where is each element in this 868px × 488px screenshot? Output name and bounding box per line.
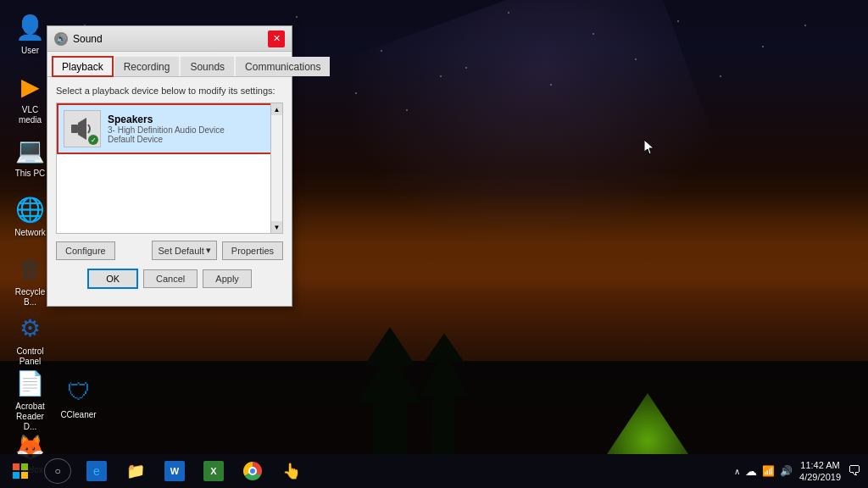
word-icon: W bbox=[164, 461, 185, 481]
speaker-icon-wrapper: ✓ bbox=[64, 110, 101, 147]
dialog-tabs: Playback Recording Sounds Communications bbox=[47, 52, 292, 77]
tray-volume-icon[interactable]: 🔊 bbox=[780, 465, 793, 477]
configure-button[interactable]: Configure bbox=[56, 241, 115, 260]
tab-recording[interactable]: Recording bbox=[114, 57, 180, 76]
desktop: 👤 User ▶ VLC media 💻 This PC 🌐 Network 🗑… bbox=[0, 0, 868, 488]
desktop-icon-ccleaner[interactable]: 🛡 CCleaner bbox=[55, 373, 102, 424]
scrollbar-up-button[interactable]: ▲ bbox=[271, 103, 282, 115]
device-list[interactable]: ✓ Speakers 3- High Definition Audio Devi… bbox=[56, 103, 283, 234]
desktop-icon-control-panel[interactable]: ⚙ Control Panel bbox=[7, 309, 53, 370]
this-pc-icon: 💻 bbox=[15, 135, 46, 165]
taskbar-explorer-button[interactable]: 📁 bbox=[117, 454, 154, 488]
device-list-scrollbar[interactable]: ▲ ▼ bbox=[270, 103, 282, 233]
scrollbar-down-button[interactable]: ▼ bbox=[271, 221, 282, 233]
svg-rect-0 bbox=[71, 125, 78, 133]
system-tray: ∧ ☁ 📶 🔊 11:42 AM 4/29/2019 🗨 bbox=[734, 459, 868, 484]
ok-button[interactable]: OK bbox=[87, 269, 138, 289]
set-default-button[interactable]: Set Default ▾ bbox=[152, 241, 216, 260]
desktop-icon-label: This PC bbox=[15, 169, 46, 179]
device-info: Speakers 3- High Definition Audio Device… bbox=[108, 114, 275, 144]
control-panel-icon: ⚙ bbox=[15, 313, 46, 343]
svg-marker-1 bbox=[78, 118, 86, 140]
device-default-label: Default Device bbox=[108, 135, 275, 144]
taskbar-excel-button[interactable]: X bbox=[195, 454, 232, 488]
chrome-inner-icon bbox=[248, 467, 257, 475]
desktop-icon-label: Recycle B... bbox=[10, 287, 50, 308]
tray-time: 11:42 AM 4/29/2019 bbox=[799, 459, 841, 484]
ie-icon: e bbox=[86, 461, 107, 481]
svg-rect-5 bbox=[13, 472, 19, 479]
desktop-icon-acrobat[interactable]: 📄 Acrobat Reader D... bbox=[7, 364, 53, 435]
tray-up-arrow-icon[interactable]: ∧ bbox=[734, 467, 740, 476]
clock-time: 11:42 AM bbox=[799, 459, 841, 471]
search-button[interactable]: ○ bbox=[44, 458, 71, 484]
clock-date: 4/29/2019 bbox=[799, 471, 841, 483]
recycle-bin-icon: 🗑 bbox=[15, 253, 46, 284]
excel-icon: X bbox=[203, 461, 224, 481]
dialog-body: Select a playback device below to modify… bbox=[47, 77, 292, 306]
dialog-titlebar: 🔊 Sound ✕ bbox=[47, 26, 292, 52]
taskbar-word-button[interactable]: W bbox=[156, 454, 193, 488]
device-description: 3- High Definition Audio Device bbox=[108, 125, 275, 135]
properties-button[interactable]: Properties bbox=[222, 241, 283, 260]
cancel-button[interactable]: Cancel bbox=[143, 269, 198, 288]
vlc-icon: ▶ bbox=[15, 71, 46, 102]
dialog-confirm-buttons: OK Cancel Apply bbox=[56, 269, 283, 297]
dialog-action-buttons: Configure Set Default ▾ Properties bbox=[56, 241, 283, 260]
svg-rect-4 bbox=[21, 463, 28, 470]
device-name: Speakers bbox=[108, 114, 275, 125]
desktop-icon-label: CCleaner bbox=[60, 410, 96, 420]
svg-rect-3 bbox=[13, 463, 19, 470]
set-default-arrow-icon: ▾ bbox=[206, 245, 211, 256]
taskbar-app-icons: e 📁 W X 👆 bbox=[78, 454, 310, 488]
chrome-icon bbox=[243, 462, 262, 480]
file-explorer-icon: 📁 bbox=[125, 461, 146, 481]
taskbar-chrome-button[interactable] bbox=[234, 454, 271, 488]
sound-dialog: 🔊 Sound ✕ Playback Recording Sounds Comm… bbox=[47, 25, 292, 307]
device-item-speakers[interactable]: ✓ Speakers 3- High Definition Audio Devi… bbox=[57, 103, 282, 154]
taskbar: ○ e 📁 W X 👆 bbox=[0, 454, 868, 488]
close-button[interactable]: ✕ bbox=[268, 30, 285, 47]
desktop-icon-label: VLC media bbox=[10, 105, 50, 125]
default-device-check: ✓ bbox=[88, 135, 98, 145]
desktop-icon-label: User bbox=[21, 46, 39, 56]
tray-network-icon[interactable]: ☁ bbox=[745, 464, 757, 478]
network-icon: 🌐 bbox=[15, 194, 46, 225]
taskbar-fingerprint-button[interactable]: 👆 bbox=[273, 454, 310, 488]
acrobat-icon: 📄 bbox=[15, 368, 46, 398]
svg-rect-6 bbox=[21, 472, 28, 479]
tab-playback[interactable]: Playback bbox=[53, 57, 113, 76]
tab-communications[interactable]: Communications bbox=[236, 57, 330, 76]
tray-icons: ∧ ☁ 📶 🔊 bbox=[734, 464, 793, 478]
fingerprint-icon: 👆 bbox=[281, 461, 302, 481]
start-button[interactable] bbox=[0, 454, 41, 488]
sound-dialog-icon: 🔊 bbox=[54, 32, 68, 46]
ccleaner-icon: 🛡 bbox=[64, 376, 94, 407]
set-default-label: Set Default bbox=[158, 246, 203, 256]
notification-center-button[interactable]: 🗨 bbox=[848, 463, 861, 479]
dialog-title: Sound bbox=[73, 33, 268, 45]
user-icon: 👤 bbox=[15, 12, 46, 42]
desktop-icon-label: Network bbox=[14, 228, 46, 238]
apply-button[interactable]: Apply bbox=[203, 269, 252, 288]
dialog-instruction: Select a playback device below to modify… bbox=[56, 86, 283, 96]
taskbar-ie-button[interactable]: e bbox=[78, 454, 115, 488]
tray-wifi-icon[interactable]: 📶 bbox=[762, 465, 775, 477]
tab-sounds[interactable]: Sounds bbox=[181, 57, 234, 76]
